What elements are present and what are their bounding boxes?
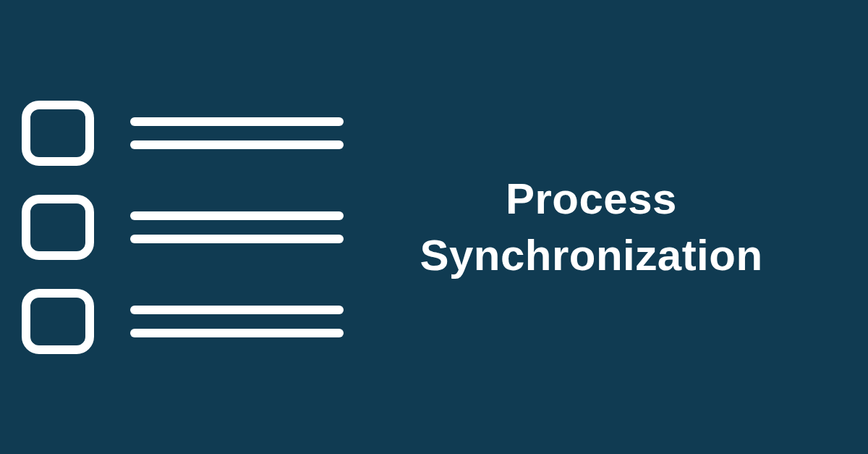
checkbox-icon [22,195,94,260]
line-icon [130,235,344,243]
main-container: Process Synchronization [0,0,868,454]
list-icon [0,101,344,354]
checkbox-icon [22,101,94,166]
title-line-2: Synchronization [420,231,762,279]
line-icon [130,211,344,220]
checkbox-icon [22,289,94,354]
page-title: Process Synchronization [420,171,762,284]
line-icon [130,306,344,314]
text-lines-icon [130,117,344,149]
list-row-1 [22,101,344,166]
title-line-1: Process [506,175,677,223]
list-row-2 [22,195,344,260]
text-lines-icon [130,306,344,337]
line-icon [130,140,344,149]
line-icon [130,117,344,126]
list-row-3 [22,289,344,354]
title-section: Process Synchronization [344,171,868,284]
text-lines-icon [130,211,344,243]
line-icon [130,329,344,337]
